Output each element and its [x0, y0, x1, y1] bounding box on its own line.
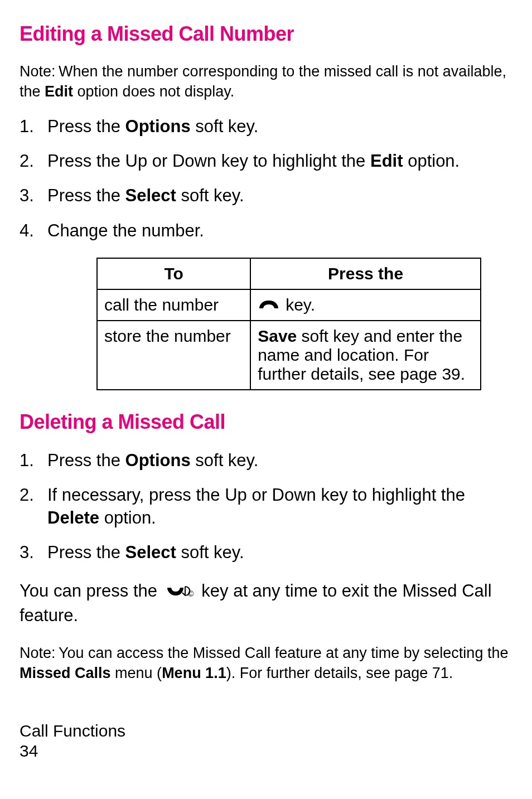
step-num: 4.: [20, 220, 47, 242]
step-bold: Select: [125, 186, 176, 205]
step-bold: Edit: [370, 151, 403, 171]
section-heading-deleting: Deleting a Missed Call: [20, 410, 512, 434]
step-post: soft key.: [176, 186, 244, 205]
end-key-icon: ©: [166, 580, 194, 604]
table-header-to: To: [97, 258, 250, 289]
action-table: To Press the call the number key. store …: [96, 258, 481, 390]
step-post: option.: [403, 151, 460, 171]
steps-deleting: 1. Press the Options soft key. 2. If nec…: [20, 449, 512, 564]
step-2: 2. If necessary, press the Up or Down ke…: [20, 484, 512, 529]
section-heading-editing: Editing a Missed Call Number: [20, 22, 512, 46]
chapter-name: Call Functions: [20, 721, 512, 740]
step-2: 2. Press the Up or Down key to highlight…: [20, 150, 512, 172]
note2-bold-2: Menu 1.1: [162, 665, 226, 681]
step-post: soft key.: [191, 451, 259, 470]
step-num: 1.: [20, 115, 47, 138]
step-post: soft key.: [176, 543, 244, 562]
note-label: Note:: [20, 643, 59, 663]
step-pre: Press the: [47, 451, 125, 470]
step-bold: Options: [125, 117, 191, 136]
table-cell-press-2-bold: Save: [258, 327, 297, 345]
step-3: 3. Press the Select soft key.: [20, 541, 512, 564]
step-3: 3. Press the Select soft key.: [20, 185, 512, 207]
table-row: call the number key.: [97, 289, 481, 321]
step-post: soft key.: [191, 117, 259, 136]
table-cell-press-2: Save soft key and enter the name and loc…: [250, 321, 481, 390]
table-cell-press-1: key.: [250, 289, 481, 321]
step-num: 3.: [20, 185, 47, 207]
note2-bold-1: Missed Calls: [20, 665, 111, 681]
page-number: 34: [20, 742, 512, 761]
table-row: store the number Save soft key and enter…: [97, 321, 481, 390]
body-pre: You can press the: [20, 581, 162, 601]
note2-text-1: You can access the Missed Call feature a…: [59, 645, 508, 661]
step-1: 1. Press the Options soft key.: [20, 449, 512, 472]
step-1: 1. Press the Options soft key.: [20, 115, 512, 138]
steps-editing: 1. Press the Options soft key. 2. Press …: [20, 115, 512, 242]
table-cell-to-1: call the number: [97, 289, 250, 321]
step-pre: Press the: [47, 117, 125, 136]
step-bold: Options: [125, 451, 191, 470]
footer: Call Functions 34: [20, 721, 512, 761]
step-bold: Select: [125, 543, 176, 562]
step-pre: If necessary, press the Up or Down key t…: [47, 485, 465, 505]
step-pre: Press the: [47, 186, 125, 205]
step-bold: Delete: [47, 508, 99, 527]
call-key-icon: [258, 296, 280, 314]
step-pre: Press the: [47, 543, 125, 562]
svg-text:©: ©: [188, 589, 194, 598]
table-header-press: Press the: [250, 258, 481, 289]
step-post: option.: [99, 508, 156, 527]
step-4: 4. Change the number.: [20, 220, 512, 242]
note2-text-3: ). For further details, see page 71.: [226, 665, 453, 681]
table-cell-to-2: store the number: [97, 321, 250, 390]
note2-text-2: menu (: [111, 665, 162, 681]
note-bold: Edit: [45, 83, 73, 100]
step-num: 2.: [20, 484, 47, 529]
note-deleting: Note: You can access the Missed Call fea…: [20, 643, 512, 684]
body-exit-text: You can press the © key at any time to e…: [20, 579, 512, 627]
step-num: 2.: [20, 150, 47, 172]
note-label: Note:: [20, 61, 59, 81]
step-num: 3.: [20, 541, 47, 564]
note-text-2: option does not display.: [73, 83, 234, 100]
table-cell-press-1-text: key.: [286, 296, 315, 314]
table-header-row: To Press the: [97, 258, 481, 289]
step-pre: Change the number.: [47, 221, 204, 240]
note-editing: Note: When the number corresponding to t…: [20, 61, 512, 102]
step-pre: Press the Up or Down key to highlight th…: [47, 151, 370, 171]
step-num: 1.: [20, 449, 47, 472]
